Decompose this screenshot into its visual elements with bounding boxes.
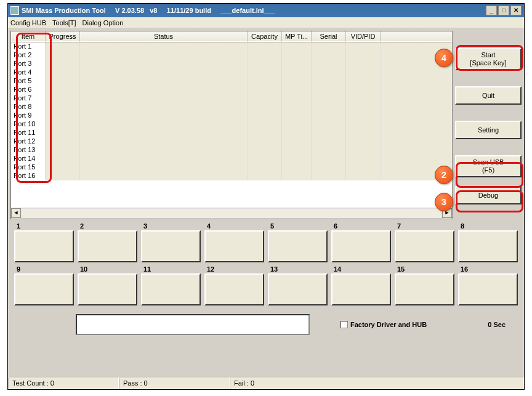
slot-12: 12 — [204, 266, 264, 305]
menu-dialog-option[interactable]: Dialog Option — [83, 19, 124, 26]
table-row[interactable]: Port 6 — [11, 86, 452, 94]
table-row[interactable]: Port 11 — [11, 129, 452, 137]
empty-cell — [282, 155, 312, 163]
slot-button[interactable] — [268, 230, 328, 262]
slot-10: 10 — [78, 266, 137, 305]
table-row[interactable]: Port 1 — [11, 42, 452, 51]
port-name-cell: Port 4 — [11, 68, 46, 77]
table-row[interactable]: Port 4 — [11, 68, 452, 77]
table-row[interactable]: Port 8 — [11, 103, 452, 111]
empty-cell — [80, 155, 248, 163]
empty-cell — [46, 146, 80, 155]
slot-button[interactable] — [395, 230, 454, 262]
slot-button[interactable] — [141, 230, 201, 262]
status-test-count: Test Count : 0 — [8, 378, 119, 389]
empty-cell — [80, 86, 248, 94]
port-name-cell: Port 16 — [11, 172, 46, 180]
slot-button[interactable] — [14, 273, 74, 305]
slot-button[interactable] — [458, 273, 518, 305]
table-row[interactable]: Port 16 — [11, 172, 452, 180]
empty-cell — [282, 86, 312, 94]
empty-cell — [248, 155, 282, 163]
table-row[interactable]: Port 9 — [11, 111, 452, 120]
col-capacity[interactable]: Capacity — [248, 31, 282, 42]
slot-13: 13 — [268, 266, 328, 305]
scroll-track[interactable] — [21, 208, 442, 219]
empty-cell — [80, 111, 248, 120]
app-icon — [10, 6, 19, 15]
table-row[interactable]: Port 5 — [11, 77, 452, 86]
slot-14: 14 — [331, 266, 391, 305]
table-row[interactable]: Port 10 — [11, 120, 452, 129]
table-row[interactable]: Port 2 — [11, 51, 452, 60]
setting-button[interactable]: Setting — [455, 121, 522, 139]
empty-cell — [248, 60, 282, 68]
port-name-cell: Port 15 — [11, 163, 46, 172]
slot-button[interactable] — [14, 230, 74, 262]
empty-cell — [46, 120, 80, 129]
quit-button[interactable]: Quit — [455, 86, 522, 105]
table-row[interactable]: Port 3 — [11, 60, 452, 68]
start-button[interactable]: Start [Space Key] — [455, 48, 522, 70]
minimize-button[interactable]: _ — [486, 6, 497, 15]
col-progress[interactable]: Progress — [46, 31, 80, 42]
slot-label: 16 — [461, 265, 468, 273]
slot-button[interactable] — [204, 230, 264, 262]
empty-cell — [282, 172, 312, 180]
slot-label: 11 — [143, 265, 151, 273]
slot-button[interactable] — [78, 273, 137, 305]
slot-11: 11 — [141, 266, 201, 305]
col-mp-time[interactable]: MP Ti... — [282, 31, 312, 42]
close-button[interactable]: ✕ — [510, 6, 522, 15]
empty-cell — [312, 103, 346, 111]
table-row[interactable]: Port 12 — [11, 137, 452, 146]
port-name-cell: Port 13 — [11, 146, 46, 155]
factory-driver-checkbox[interactable]: Factory Driver and HUB — [341, 321, 427, 328]
empty-cell — [80, 77, 248, 86]
table-row[interactable]: Port 7 — [11, 94, 452, 103]
empty-cell — [346, 172, 381, 180]
scan-usb-button[interactable]: Scan USB (F5) — [455, 155, 522, 177]
slot-label: 2 — [80, 222, 84, 230]
empty-cell — [46, 60, 80, 68]
slot-button[interactable] — [268, 273, 328, 305]
slot-button[interactable] — [331, 230, 391, 262]
slot-label: 15 — [397, 265, 405, 273]
empty-cell — [80, 129, 248, 137]
empty-cell — [346, 120, 381, 129]
empty-cell — [346, 60, 381, 68]
title-ini: ___default.ini___ — [220, 7, 275, 14]
col-serial[interactable]: Serial — [312, 31, 346, 42]
col-item[interactable]: Item — [11, 31, 46, 42]
slot-15: 15 — [395, 266, 454, 305]
title-app: SMI Mass Production Tool — [22, 7, 106, 14]
h-scrollbar[interactable]: ◄ ► — [11, 208, 452, 219]
empty-cell — [346, 103, 381, 111]
maximize-button[interactable]: □ — [498, 6, 509, 15]
slot-button[interactable] — [78, 230, 137, 262]
slot-button[interactable] — [204, 273, 264, 305]
port-table: Item Progress Status Capacity MP Ti... S… — [10, 31, 453, 219]
slot-button[interactable] — [141, 273, 201, 305]
empty-cell — [282, 111, 312, 120]
slot-4: 4 — [204, 223, 264, 262]
slot-button[interactable] — [331, 273, 391, 305]
empty-cell — [346, 111, 381, 120]
col-status[interactable]: Status — [80, 31, 248, 42]
empty-cell — [312, 42, 346, 51]
debug-button[interactable]: Debug — [455, 186, 522, 204]
scroll-left-icon[interactable]: ◄ — [11, 208, 21, 218]
table-row[interactable]: Port 15 — [11, 163, 452, 172]
menu-tools[interactable]: Tools[T] — [52, 19, 76, 26]
checkbox-icon[interactable] — [341, 321, 348, 328]
table-row[interactable]: Port 14 — [11, 155, 452, 163]
empty-cell — [46, 51, 80, 60]
empty-cell — [346, 155, 381, 163]
col-vidpid[interactable]: VID/PID — [346, 31, 381, 42]
slot-button[interactable] — [458, 230, 518, 262]
empty-cell — [312, 163, 346, 172]
slot-button[interactable] — [395, 273, 454, 305]
menu-config-hub[interactable]: Config HUB — [10, 19, 46, 26]
table-row[interactable]: Port 13 — [11, 146, 452, 155]
empty-cell — [282, 51, 312, 60]
